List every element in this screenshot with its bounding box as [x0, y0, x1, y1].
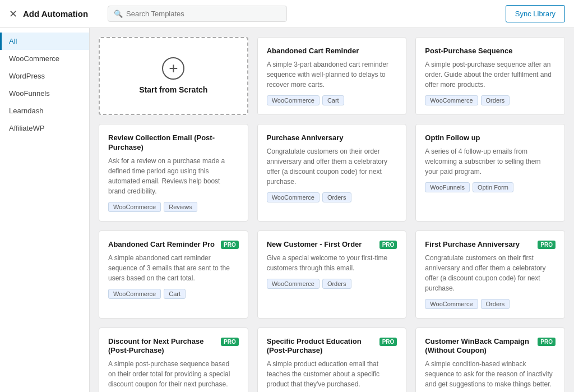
card-description: Congratulate customers on their order an… [267, 146, 397, 187]
template-card-specific-product-education[interactable]: Specific Product Education (Post-Purchas… [257, 328, 407, 392]
card-tags: WooFunnelsOptin Form [425, 182, 556, 192]
tag-woocommerce: WooCommerce [267, 192, 320, 202]
card-title: Customer WinBack Campaign (Without Coupo… [425, 337, 538, 356]
card-title: Discount for Next Purchase (Post-Purchas… [108, 337, 221, 356]
header: ✕ Add Automation 🔍 Sync Library [0, 0, 574, 28]
card-header: Optin Follow up [425, 133, 556, 143]
search-input[interactable] [126, 10, 238, 18]
card-description: Ask for a review on a purchase made a de… [108, 156, 239, 196]
header-left: ✕ Add Automation [9, 9, 99, 19]
tag-orders: Orders [322, 279, 351, 289]
card-tags: WooCommerceOrders [267, 192, 397, 202]
card-tags: WooCommerceOrders [267, 279, 397, 289]
search-icon: 🔍 [114, 10, 123, 18]
tag-optin-form: Optin Form [473, 182, 513, 192]
page-title: Add Automation [23, 9, 88, 19]
card-tags: WooCommerceOrders [425, 95, 556, 105]
search-box: 🔍 [108, 6, 497, 22]
card-title: First Purchase Anniversary [425, 240, 522, 250]
card-header: Review Collection Email (Post-Purchase) [108, 133, 239, 153]
sync-library-button[interactable]: Sync Library [506, 5, 565, 22]
card-description: Congratulate customers on their first an… [425, 253, 556, 293]
card-title: Specific Product Education (Post-Purchas… [267, 337, 379, 356]
card-tags: WooCommerceCart [108, 289, 239, 299]
pro-badge: PRO [538, 241, 556, 249]
card-header: First Purchase AnniversaryPRO [425, 240, 556, 250]
pro-badge: PRO [379, 241, 397, 249]
card-tags: WooCommerceReviews [108, 202, 239, 212]
sidebar-item-wordpress[interactable]: WordPress [0, 67, 89, 85]
plus-icon: + [162, 57, 184, 80]
close-icon[interactable]: ✕ [9, 9, 17, 19]
template-card-review-collection-email[interactable]: Review Collection Email (Post-Purchase)A… [99, 124, 248, 222]
template-card-optin-follow-up[interactable]: Optin Follow upA series of 4 follow-up e… [415, 124, 565, 222]
card-tags: WooCommerceCart [267, 95, 397, 105]
tag-orders: Orders [481, 95, 510, 105]
card-title: New Customer - First Order [267, 240, 364, 250]
card-header: New Customer - First OrderPRO [267, 240, 397, 250]
card-title: Optin Follow up [425, 133, 482, 143]
card-header: Customer WinBack Campaign (Without Coupo… [425, 337, 556, 356]
tag-woocommerce: WooCommerce [108, 289, 161, 299]
tag-woocommerce: WooCommerce [108, 202, 161, 212]
card-description: A simple product education email that te… [267, 359, 397, 389]
tag-orders: Orders [322, 192, 351, 202]
card-title: Purchase Anniversary [267, 133, 346, 143]
main-content: AllWooCommerceWordPressWooFunnelsLearnda… [0, 28, 574, 392]
template-card-new-customer-first-order[interactable]: New Customer - First OrderPROGive a spec… [257, 230, 407, 319]
template-card-discount-next-purchase[interactable]: Discount for Next Purchase (Post-Purchas… [99, 328, 248, 392]
template-card-post-purchase-sequence[interactable]: Post-Purchase SequenceA simple post-purc… [415, 37, 565, 115]
card-tags: WooCommerceOrders [425, 299, 556, 309]
search-input-wrapper: 🔍 [108, 6, 287, 22]
card-header: Abandoned Cart Reminder ProPRO [108, 240, 239, 250]
scratch-label: Start from Scratch [139, 85, 207, 94]
card-header: Discount for Next Purchase (Post-Purchas… [108, 337, 239, 356]
sidebar-item-woocommerce[interactable]: WooCommerce [0, 50, 89, 67]
card-header: Post-Purchase Sequence [425, 47, 556, 56]
card-description: A simple post-purchase sequence based on… [108, 359, 239, 389]
card-description: Give a special welcome to your first-tim… [267, 253, 397, 273]
app-container: ✕ Add Automation 🔍 Sync Library AllWooCo… [0, 0, 574, 392]
template-card-purchase-anniversary[interactable]: Purchase AnniversaryCongratulate custome… [257, 124, 407, 222]
card-title: Abandoned Cart Reminder [267, 47, 362, 56]
pro-badge: PRO [379, 338, 397, 346]
start-from-scratch-card[interactable]: + Start from Scratch [99, 37, 248, 115]
tag-reviews: Reviews [164, 202, 197, 212]
tag-woocommerce: WooCommerce [267, 279, 320, 289]
pro-badge: PRO [538, 338, 556, 346]
card-description: A simple post-purchase sequence after an… [425, 59, 556, 90]
card-description: A series of 4 follow-up emails from welc… [425, 146, 556, 177]
template-card-abandoned-cart-reminder[interactable]: Abandoned Cart ReminderA simple 3-part a… [257, 37, 407, 115]
card-header: Abandoned Cart Reminder [267, 47, 397, 56]
sidebar: AllWooCommerceWordPressWooFunnelsLearnda… [0, 28, 90, 392]
template-card-first-purchase-anniversary[interactable]: First Purchase AnniversaryPROCongratulat… [415, 230, 565, 319]
pro-badge: PRO [221, 241, 239, 249]
card-header: Purchase Anniversary [267, 133, 397, 143]
tag-cart: Cart [322, 95, 344, 105]
tag-woocommerce: WooCommerce [267, 95, 320, 105]
tag-woocommerce: WooCommerce [425, 299, 478, 309]
card-header: Specific Product Education (Post-Purchas… [267, 337, 397, 356]
tag-cart: Cart [164, 289, 186, 299]
content-area: + Start from Scratch Abandoned Cart Remi… [90, 28, 574, 392]
card-title: Post-Purchase Sequence [425, 47, 515, 56]
tag-woocommerce: WooCommerce [425, 95, 478, 105]
sidebar-item-learndash[interactable]: Learndash [0, 102, 89, 119]
card-title: Abandoned Cart Reminder Pro [108, 240, 217, 250]
template-card-customer-winback-no-coupon[interactable]: Customer WinBack Campaign (Without Coupo… [415, 328, 565, 392]
template-card-abandoned-cart-pro[interactable]: Abandoned Cart Reminder ProPROA simple a… [99, 230, 248, 319]
card-description: A simple condition-based winback sequenc… [425, 359, 556, 389]
tag-orders: Orders [481, 299, 510, 309]
card-description: A simple abandoned cart reminder sequenc… [108, 253, 239, 283]
card-title: Review Collection Email (Post-Purchase) [108, 133, 239, 153]
sidebar-item-woofunnels[interactable]: WooFunnels [0, 85, 89, 102]
card-description: A simple 3-part abandoned cart reminder … [267, 59, 397, 90]
tag-woofunnels: WooFunnels [425, 182, 470, 192]
templates-grid: + Start from Scratch Abandoned Cart Remi… [99, 37, 565, 392]
sidebar-item-all[interactable]: All [0, 33, 89, 50]
pro-badge: PRO [221, 338, 239, 346]
sidebar-item-affiliatewp[interactable]: AffiliateWP [0, 119, 89, 137]
